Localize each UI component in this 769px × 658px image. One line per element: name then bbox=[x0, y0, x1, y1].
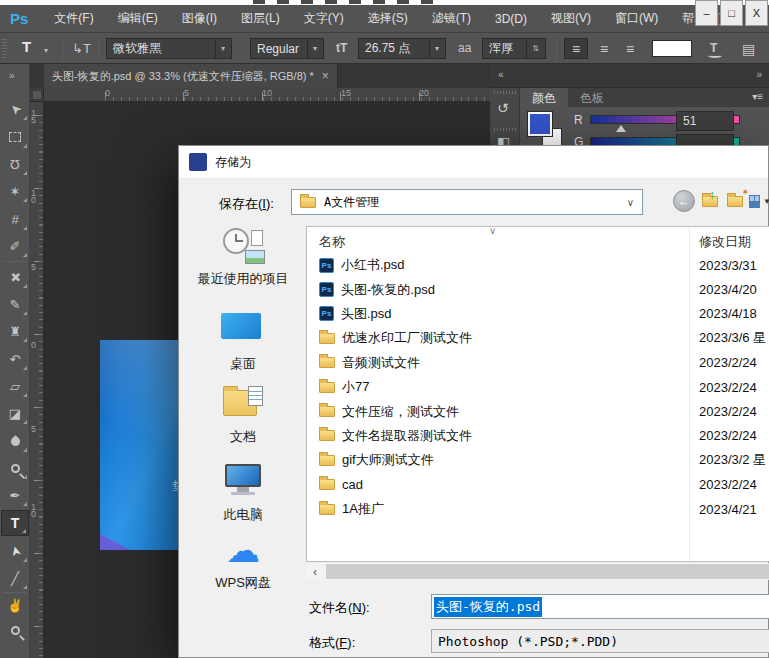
brush-tool[interactable]: ✎ bbox=[1, 291, 29, 317]
menu-layer[interactable]: 图层(L) bbox=[229, 10, 292, 27]
marquee-tool[interactable] bbox=[1, 124, 29, 150]
eraser-tool[interactable]: ▱ bbox=[1, 373, 29, 399]
folder-row[interactable]: cad 2023/2/24 bbox=[307, 473, 769, 497]
horizontal-scrollbar[interactable]: ‹ bbox=[306, 563, 769, 580]
folder-row[interactable]: 优速水印工厂测试文件 2023/3/6 星 bbox=[307, 326, 769, 350]
healing-brush-tool[interactable]: ✚ bbox=[1, 264, 29, 290]
desktop-icon bbox=[221, 313, 265, 349]
folder-row[interactable]: 1A推广 2023/4/21 bbox=[307, 497, 769, 521]
panel-menu-icon[interactable]: ▾≡ bbox=[752, 91, 763, 102]
menu-image[interactable]: 图像(I) bbox=[170, 10, 229, 27]
type-tool[interactable]: T bbox=[1, 510, 29, 536]
document-image[interactable]: 垫 bbox=[100, 340, 186, 550]
folder-row[interactable]: 文件压缩，测试文件 2023/2/24 bbox=[307, 399, 769, 423]
collapse-dock-right-icon[interactable]: » bbox=[756, 69, 761, 80]
column-date[interactable]: 修改日期 bbox=[699, 233, 751, 251]
tab-close-icon[interactable]: × bbox=[322, 69, 329, 83]
history-brush-tool[interactable]: ↶ bbox=[1, 346, 29, 372]
chevron-down-icon[interactable]: ▾ bbox=[307, 39, 317, 58]
place-documents[interactable]: 文档 bbox=[183, 386, 303, 446]
place-recent[interactable]: 最近使用的项目 bbox=[183, 228, 303, 288]
font-style-select[interactable]: Regular ▾ bbox=[250, 38, 324, 59]
line-tool[interactable]: ╱ bbox=[1, 565, 29, 591]
column-name[interactable]: 名称 bbox=[319, 233, 345, 251]
folder-row[interactable]: 音频测试文件 2023/2/24 bbox=[307, 351, 769, 375]
place-desktop[interactable]: 桌面 bbox=[183, 308, 303, 373]
preset-dropdown-arrow[interactable]: ▾ bbox=[44, 46, 48, 55]
maximize-button[interactable]: □ bbox=[720, 0, 743, 26]
chevron-down-icon[interactable]: ∨ bbox=[627, 197, 634, 208]
close-button[interactable]: X bbox=[745, 0, 768, 26]
chevron-down-icon[interactable]: ▾ bbox=[215, 39, 225, 58]
menu-window[interactable]: 窗口(W) bbox=[603, 10, 670, 27]
document-tab[interactable]: 头图-恢复的.psd @ 33.3% (优速文件压缩器, RGB/8) * × bbox=[44, 64, 338, 88]
blur-tool[interactable] bbox=[1, 428, 29, 454]
dialog-title-bar[interactable]: 存储为 bbox=[179, 146, 768, 179]
move-tool[interactable]: ➤ bbox=[1, 96, 29, 122]
path-selection-tool[interactable]: ➤ bbox=[1, 538, 29, 564]
menu-filter[interactable]: 滤镜(T) bbox=[420, 10, 483, 27]
menu-view[interactable]: 视图(V) bbox=[539, 10, 603, 27]
red-value-field[interactable]: 51 bbox=[676, 111, 734, 131]
ruler-origin-box[interactable] bbox=[30, 88, 44, 102]
font-size-select[interactable]: 26.75 点 ▾ bbox=[358, 38, 446, 59]
file-row[interactable]: Ps 头图-恢复的.psd 2023/4/20 bbox=[307, 277, 769, 301]
red-slider-thumb[interactable] bbox=[616, 125, 626, 132]
dodge-tool[interactable] bbox=[1, 455, 29, 481]
menu-select[interactable]: 选择(S) bbox=[356, 10, 420, 27]
menu-file[interactable]: 文件(F) bbox=[42, 10, 105, 27]
font-family-select[interactable]: 微软雅黑 ▾ bbox=[106, 38, 232, 59]
align-left-button[interactable]: ≡ bbox=[564, 38, 588, 59]
clone-stamp-tool[interactable]: ♜ bbox=[1, 318, 29, 344]
eyedropper-tool[interactable]: ✐ bbox=[1, 233, 29, 259]
scroll-left-icon[interactable]: ‹ bbox=[306, 563, 324, 580]
zoom-tool[interactable] bbox=[1, 617, 29, 643]
crop-tool[interactable]: # bbox=[1, 206, 29, 232]
menu-type[interactable]: 文字(Y) bbox=[292, 10, 356, 27]
place-this-pc[interactable]: 此电脑 bbox=[183, 464, 303, 524]
text-orientation-icon[interactable]: ↳T bbox=[72, 41, 91, 56]
collapse-dock-left-icon[interactable]: « bbox=[498, 69, 503, 80]
history-panel-icon[interactable]: ↺ bbox=[497, 100, 509, 116]
text-color-swatch[interactable] bbox=[652, 40, 692, 57]
panel-icon-strip: ↺ ◧ bbox=[490, 88, 520, 145]
new-folder-button[interactable]: ✶ bbox=[726, 190, 748, 212]
save-in-combobox[interactable]: A文件管理 ∨ bbox=[291, 189, 643, 215]
hand-tool[interactable]: ✌ bbox=[1, 592, 29, 618]
sort-chevron-icon[interactable]: ∨ bbox=[489, 226, 496, 236]
vertical-ruler[interactable]: 15 10 5 0 5 10 bbox=[30, 102, 44, 658]
spinner-icon[interactable]: ⇅ bbox=[526, 39, 539, 58]
menu-3d[interactable]: 3D(D) bbox=[483, 12, 539, 26]
type-tool-preset-icon[interactable]: T bbox=[22, 38, 31, 55]
up-one-level-button[interactable]: ↑ bbox=[701, 190, 723, 212]
toggle-panels-icon[interactable]: ▤ bbox=[742, 41, 755, 57]
filename-input[interactable]: 头图-恢复的.psd bbox=[431, 594, 769, 619]
chevron-down-icon[interactable]: ▾ bbox=[429, 39, 439, 58]
place-wps-cloud[interactable]: ☁ WPS网盘 bbox=[183, 532, 303, 592]
lasso-tool[interactable]: Ω bbox=[1, 151, 29, 177]
anti-alias-select[interactable]: 浑厚 ⇅ bbox=[482, 38, 546, 59]
paint-bucket-tool[interactable]: ◪ bbox=[1, 400, 29, 426]
folder-row[interactable]: gif大师测试文件 2023/3/2 星 bbox=[307, 448, 769, 472]
file-row[interactable]: Ps 小红书.psd 2023/3/31 bbox=[307, 253, 769, 277]
horizontal-ruler[interactable]: 0 5 10 15 20 bbox=[44, 88, 490, 102]
view-menu-button[interactable]: ▼ bbox=[749, 190, 769, 212]
menu-edit[interactable]: 编辑(E) bbox=[106, 10, 170, 27]
foreground-color-swatch[interactable] bbox=[528, 112, 552, 136]
align-center-button[interactable]: ≡ bbox=[592, 38, 616, 59]
pen-tool[interactable]: ✒ bbox=[1, 482, 29, 508]
file-row[interactable]: Ps 头图.psd 2023/4/18 bbox=[307, 302, 769, 326]
place-label: 最近使用的项目 bbox=[183, 270, 303, 288]
scrollbar-thumb[interactable] bbox=[326, 564, 769, 579]
folder-row[interactable]: 文件名提取器测试文件 2023/2/24 bbox=[307, 424, 769, 448]
minimize-button[interactable]: – bbox=[695, 0, 718, 26]
back-button[interactable]: ← bbox=[673, 190, 695, 212]
folder-row[interactable]: 小77 2023/2/24 bbox=[307, 375, 769, 399]
toolbar-expand-icon[interactable]: » bbox=[9, 70, 14, 81]
magic-wand-tool[interactable]: ✶ bbox=[1, 178, 29, 204]
align-right-button[interactable]: ≡ bbox=[618, 38, 642, 59]
grip-handle bbox=[2, 39, 7, 58]
tab-color[interactable]: 颜色 bbox=[520, 88, 568, 107]
tab-swatches[interactable]: 色板 bbox=[568, 88, 616, 107]
format-select[interactable]: Photoshop (*.PSD;*.PDD) bbox=[431, 629, 769, 653]
